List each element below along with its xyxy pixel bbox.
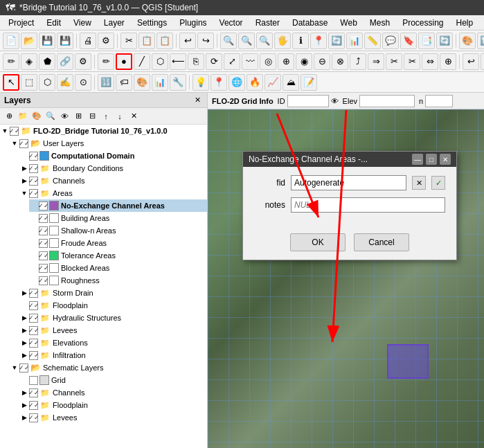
fill-ring-btn[interactable]: ◉ — [296, 53, 312, 70]
open-project-btn[interactable]: 📂 — [21, 33, 37, 49]
delete-ring-btn[interactable]: ⊖ — [314, 53, 330, 70]
add-layer-btn[interactable]: ⊕ — [3, 110, 15, 123]
clear-fid-btn[interactable]: ✕ — [412, 176, 426, 190]
save-as-btn[interactable]: 💾 — [57, 33, 73, 49]
diagram-btn[interactable]: 📊 — [152, 74, 168, 91]
paste-btn[interactable]: 📋 — [156, 33, 173, 49]
layer-checkbox[interactable]: ✓ — [39, 251, 48, 260]
list-item[interactable]: ▶ ✓ 📁 Levees — [19, 324, 207, 337]
move-layer-up-btn[interactable]: ↑ — [100, 110, 112, 123]
node-tool-btn[interactable]: ⊕ — [440, 53, 456, 70]
layer-checkbox[interactable]: ✓ — [29, 177, 38, 186]
layer-checkbox[interactable]: ✓ — [29, 152, 38, 161]
terrain-btn[interactable]: ⛰ — [283, 74, 299, 91]
select-freehand-btn[interactable]: ✍ — [57, 74, 73, 91]
snap-config-btn[interactable]: ⚙ — [75, 53, 91, 70]
list-item[interactable]: ▶ ✓ 📁 Levees — [19, 411, 207, 424]
settings-btn[interactable]: ⚙ — [98, 33, 114, 49]
menu-raster[interactable]: Raster — [250, 17, 285, 29]
list-item[interactable]: ▶ ✓ 📁 Hydraulic Structures — [19, 312, 207, 324]
measure-btn[interactable]: 📏 — [364, 33, 381, 49]
draw-point-btn[interactable]: ● — [116, 53, 132, 70]
field-calculator-btn[interactable]: 🔢 — [98, 74, 114, 91]
list-item[interactable]: ▶ ✓ Tolerance Areas — [29, 249, 207, 262]
filter-visible-btn[interactable]: 👁 — [58, 110, 71, 123]
redo-edit-btn[interactable]: ↪ — [481, 53, 484, 70]
list-item[interactable]: ▼ ✓ 📂 Schematic Layers — [10, 361, 207, 374]
layer-checkbox[interactable]: ✓ — [29, 351, 38, 360]
layer-checkbox[interactable] — [29, 376, 38, 385]
reshape-btn[interactable]: ⤴ — [350, 53, 366, 70]
layer-checkbox[interactable]: ✓ — [39, 276, 48, 285]
canvas-color-btn[interactable]: 🎨 — [459, 33, 476, 49]
list-item[interactable]: ▼ ✓ 📂 User Layers — [10, 137, 207, 150]
menu-help[interactable]: Help — [451, 17, 479, 29]
menu-edit[interactable]: Edit — [41, 17, 66, 29]
select-btn[interactable]: ↖ — [3, 74, 19, 91]
manage-styles-btn[interactable]: 🎨 — [30, 110, 43, 123]
cancel-button[interactable]: Cancel — [354, 233, 409, 251]
map-area[interactable]: FLO-2D Grid Info ID 👁 Elev n — [208, 93, 484, 448]
list-item[interactable]: ▶ ✓ Blocked Areas — [29, 262, 207, 274]
list-item[interactable]: ▶ ✓ Roughness — [29, 274, 207, 287]
zoom-in-btn[interactable]: 🔍 — [220, 33, 237, 49]
merge-btn[interactable]: ⇔ — [422, 53, 438, 70]
list-item[interactable]: ▶ ✓ Building Areas — [29, 212, 207, 224]
list-item[interactable]: ▶ ✓ 📁 Elevations — [19, 337, 207, 349]
undo-btn[interactable]: ↩ — [179, 33, 196, 49]
menu-processing[interactable]: Processing — [397, 17, 449, 29]
delete-part-btn[interactable]: ⊗ — [332, 53, 348, 70]
save-project-btn[interactable]: 💾 — [39, 33, 55, 49]
new-project-btn[interactable]: 📄 — [3, 33, 19, 49]
expand-all-btn[interactable]: ⊞ — [72, 110, 84, 123]
redo-btn[interactable]: ↪ — [197, 33, 214, 49]
filter-layers-btn[interactable]: 🔍 — [44, 110, 57, 123]
draw-polygon-btn[interactable]: ⬡ — [152, 53, 168, 70]
elev-input[interactable] — [359, 95, 415, 107]
layer-checkbox[interactable]: ✓ — [19, 139, 28, 148]
offset-btn[interactable]: ⇒ — [368, 53, 384, 70]
rotation-btn[interactable]: 🔃 — [477, 33, 484, 49]
menu-web[interactable]: Web — [334, 17, 362, 29]
copy-btn[interactable]: 📋 — [138, 33, 155, 49]
add-group-btn[interactable]: 📁 — [17, 110, 29, 123]
notes-input[interactable] — [291, 197, 445, 213]
list-item[interactable]: ▶ ✓ 📁 Floodplain — [19, 299, 207, 312]
identify-btn[interactable]: ℹ — [292, 33, 309, 49]
layer-checkbox[interactable]: ✓ — [29, 289, 38, 298]
collapse-all-btn[interactable]: ⊟ — [86, 110, 98, 123]
layer-checkbox[interactable]: ✓ — [29, 314, 38, 323]
snap-btn[interactable]: 🔗 — [57, 53, 73, 70]
fid-input[interactable] — [291, 175, 406, 190]
coord-capture-btn[interactable]: 📍 — [210, 74, 227, 91]
panel-close-btn[interactable]: ✕ — [192, 95, 203, 106]
id-input[interactable] — [287, 95, 329, 107]
layer-checkbox[interactable]: ✓ — [29, 339, 38, 348]
rotate-feature-btn[interactable]: ⟳ — [206, 53, 222, 70]
annotation-btn[interactable]: 📝 — [301, 74, 317, 91]
list-item[interactable]: ▶ ✓ No-Exchange Channel Areas — [29, 199, 207, 212]
cut-btn[interactable]: ✂ — [120, 33, 137, 49]
add-ring-btn[interactable]: ◎ — [260, 53, 276, 70]
menu-view[interactable]: View — [68, 17, 97, 29]
draw-line-btn[interactable]: ╱ — [134, 53, 150, 70]
select-poly-btn[interactable]: ⬡ — [39, 74, 55, 91]
show-tips-btn[interactable]: 💡 — [192, 74, 209, 91]
split-parts-btn[interactable]: ✂ — [404, 53, 420, 70]
select-feature-btn[interactable]: 📍 — [310, 33, 327, 49]
layer-checkbox[interactable]: ✓ — [29, 301, 38, 310]
layer-checkbox[interactable]: ✓ — [10, 127, 19, 136]
open-table-btn[interactable]: 📊 — [346, 33, 363, 49]
zoom-out-btn[interactable]: 🔍 — [238, 33, 255, 49]
select-radius-btn[interactable]: ⊙ — [75, 74, 91, 91]
list-item[interactable]: ▼ ✓ 📁 Areas — [19, 187, 207, 199]
layer-checkbox[interactable]: ✓ — [39, 201, 48, 210]
georef-btn[interactable]: 🌐 — [228, 74, 245, 91]
layer-checkbox[interactable]: ✓ — [39, 239, 48, 248]
menu-plugins[interactable]: Plugins — [174, 17, 212, 29]
dialog-minimize-btn[interactable]: — — [412, 154, 423, 165]
new-bookmark-btn[interactable]: 🔖 — [400, 33, 417, 49]
style-btn[interactable]: 🎨 — [134, 74, 150, 91]
remove-layer-btn[interactable]: ✕ — [127, 110, 140, 123]
list-item[interactable]: ▶ ✓ 📁 Infiltration — [19, 349, 207, 361]
